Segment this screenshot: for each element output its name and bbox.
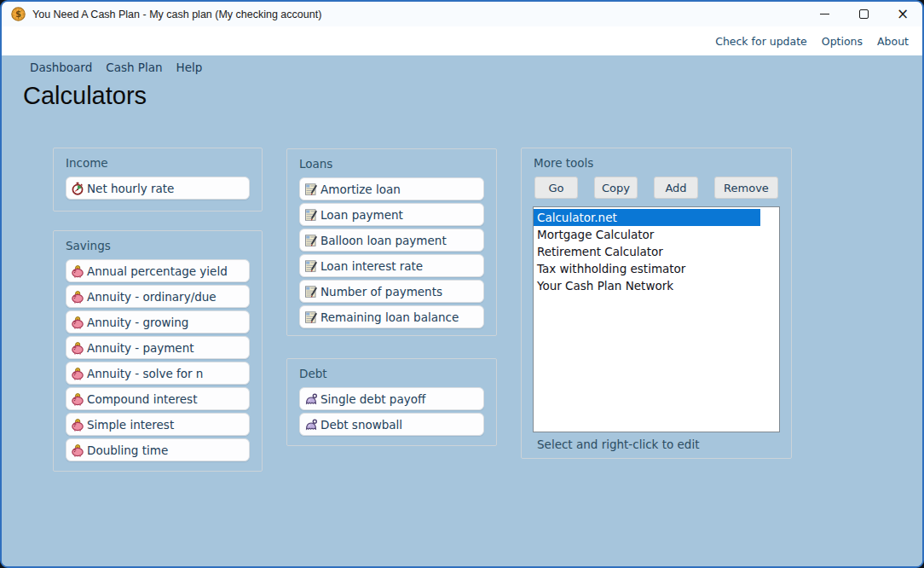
listbox-hint: Select and right-click to edit — [537, 438, 791, 451]
calc-button-label: Debt snowball — [321, 418, 402, 432]
income-panel-title: Income — [66, 156, 262, 170]
dollar-coin-icon — [11, 7, 26, 21]
calc-button-label: Annuity - payment — [87, 341, 194, 355]
close-button[interactable]: × — [883, 2, 922, 26]
piggy-bank-icon — [71, 264, 84, 278]
add-button[interactable]: Add — [654, 177, 698, 199]
ball-chain-icon — [304, 392, 318, 406]
piggy-bank-icon — [71, 367, 84, 380]
annuity-ordinary-due-button[interactable]: Annuity - ordinary/due — [66, 285, 250, 308]
stopwatch-icon — [71, 182, 84, 195]
window-title: You Need A Cash Plan - My cash plan (My … — [32, 9, 321, 20]
check-for-update-link[interactable]: Check for update — [715, 35, 807, 48]
titlebar: You Need A Cash Plan - My cash plan (My … — [2, 2, 922, 26]
memo-pen-icon — [304, 234, 318, 247]
maximize-button[interactable] — [844, 2, 883, 26]
main-content: Dashboard Cash Plan Help Calculators Inc… — [2, 55, 922, 566]
more-tools-panel: More tools Go Copy Add Remove Calculator… — [521, 148, 792, 459]
piggy-bank-icon — [71, 443, 84, 457]
calc-button-label: Loan interest rate — [321, 259, 423, 273]
minimize-icon — [820, 14, 829, 14]
calc-button-label: Compound interest — [87, 392, 197, 406]
calc-button-label: Doubling time — [87, 443, 168, 457]
close-icon: × — [897, 7, 909, 21]
single-debt-payoff-button[interactable]: Single debt payoff — [299, 387, 484, 410]
maximize-icon — [859, 9, 869, 19]
piggy-bank-icon — [71, 341, 84, 355]
simple-interest-button[interactable]: Simple interest — [66, 413, 250, 436]
about-link[interactable]: About — [877, 35, 909, 48]
loan-interest-rate-button[interactable]: Loan interest rate — [299, 254, 484, 277]
income-panel: Income Net hourly rate — [53, 148, 263, 212]
memo-pen-icon — [304, 285, 318, 298]
list-item-your-cash-plan-network[interactable]: Your Cash Plan Network — [534, 277, 779, 294]
debt-snowball-button[interactable]: Debt snowball — [299, 413, 484, 436]
remove-button[interactable]: Remove — [714, 177, 778, 199]
linkbar: Check for update Options About — [2, 26, 922, 55]
calc-button-label: Annuity - ordinary/due — [87, 290, 217, 304]
calc-button-label: Annuity - solve for n — [87, 367, 203, 380]
savings-panel-title: Savings — [66, 239, 262, 252]
piggy-bank-icon — [71, 290, 84, 304]
net-hourly-rate-button[interactable]: Net hourly rate — [66, 177, 250, 200]
piggy-bank-icon — [71, 316, 84, 329]
calc-button-label: Annuity - growing — [87, 316, 188, 329]
calc-button-label: Remaining loan balance — [321, 310, 459, 324]
debt-panel-title: Debt — [299, 367, 496, 380]
calc-button-label: Single debt payoff — [321, 392, 425, 406]
loans-panel: Loans Amortize loan Loan payment Balloon… — [286, 148, 497, 336]
debt-panel: Debt Single debt payoff Debt snowball — [286, 358, 497, 446]
calc-button-label: Amortize loan — [321, 183, 401, 196]
memo-pen-icon — [304, 183, 318, 196]
more-tools-panel-title: More tools — [534, 156, 791, 170]
list-item-mortgage-calculator[interactable]: Mortgage Calculator — [534, 226, 779, 243]
memo-pen-icon — [304, 208, 318, 222]
annual-percentage-yield-button[interactable]: Annual percentage yield — [66, 259, 250, 282]
memo-pen-icon — [304, 259, 318, 273]
annuity-solve-for-n-button[interactable]: Annuity - solve for n — [66, 362, 250, 385]
memo-pen-icon — [304, 310, 318, 324]
compound-interest-button[interactable]: Compound interest — [66, 387, 250, 410]
calc-button-label: Number of payments — [321, 285, 442, 298]
calc-button-label: Simple interest — [87, 418, 174, 432]
go-button[interactable]: Go — [534, 177, 578, 199]
menu-cash-plan[interactable]: Cash Plan — [106, 61, 162, 74]
piggy-bank-icon — [71, 392, 84, 406]
calc-button-label: Net hourly rate — [87, 182, 174, 195]
balloon-loan-payment-button[interactable]: Balloon loan payment — [299, 229, 484, 252]
menu-help[interactable]: Help — [176, 61, 203, 74]
calc-button-label: Annual percentage yield — [87, 264, 228, 278]
app-window: You Need A Cash Plan - My cash plan (My … — [0, 0, 924, 568]
ball-chain-icon — [304, 418, 318, 432]
amortize-loan-button[interactable]: Amortize loan — [299, 177, 484, 200]
annuity-growing-button[interactable]: Annuity - growing — [66, 310, 250, 333]
piggy-bank-icon — [71, 418, 84, 432]
menu-dashboard[interactable]: Dashboard — [30, 61, 92, 74]
doubling-time-button[interactable]: Doubling time — [66, 438, 250, 461]
annuity-payment-button[interactable]: Annuity - payment — [66, 336, 250, 359]
minimize-button[interactable] — [805, 2, 844, 26]
list-item-retirement-calculator[interactable]: Retirement Calculator — [534, 243, 779, 260]
savings-panel: Savings Annual percentage yield Annuity … — [53, 230, 263, 472]
options-link[interactable]: Options — [822, 35, 863, 48]
loans-panel-title: Loans — [299, 157, 496, 171]
calc-button-label: Balloon loan payment — [321, 234, 447, 247]
page-title: Calculators — [23, 82, 147, 110]
more-tools-listbox[interactable]: Calculator.net Mortgage Calculator Retir… — [533, 206, 780, 432]
list-item-calculator-net[interactable]: Calculator.net — [534, 209, 760, 226]
menubar: Dashboard Cash Plan Help — [30, 61, 202, 74]
loan-payment-button[interactable]: Loan payment — [299, 203, 484, 226]
copy-button[interactable]: Copy — [594, 177, 638, 199]
remaining-loan-balance-button[interactable]: Remaining loan balance — [299, 305, 484, 328]
list-item-tax-withholding-estimator[interactable]: Tax withholding estimator — [534, 260, 779, 277]
more-tools-actions: Go Copy Add Remove — [534, 177, 778, 199]
number-of-payments-button[interactable]: Number of payments — [299, 280, 484, 303]
calc-button-label: Loan payment — [321, 208, 403, 222]
